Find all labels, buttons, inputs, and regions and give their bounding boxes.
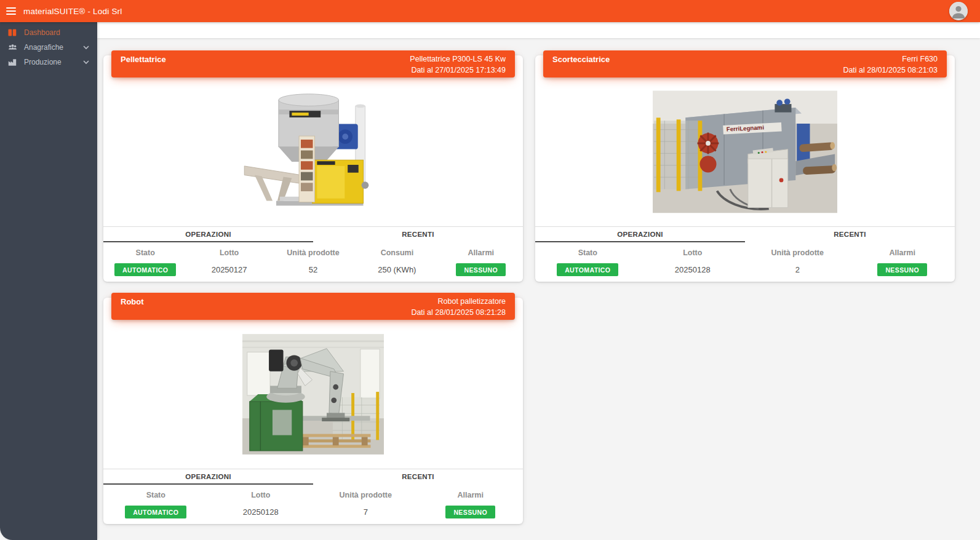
card-header: Scortecciatrice Ferri F630 Dati al 28/01… — [543, 50, 947, 77]
unita-value: 2 — [745, 265, 850, 274]
dashboard-icon — [8, 28, 17, 37]
machine-card-pellettatrice: Pellettatrice Pellettatrice P300-LS 45 K… — [103, 55, 523, 282]
sidebar-item-label: Dashboard — [24, 28, 60, 37]
col-header-lotto: Lotto — [640, 248, 746, 257]
card-tabs: OPERAZIONI RECENTI — [535, 226, 955, 242]
main-content: Pellettatrice Pellettatrice P300-LS 45 K… — [97, 22, 980, 540]
tab-operazioni[interactable]: OPERAZIONI — [103, 227, 313, 242]
col-header-unita: Unità prodotte — [313, 491, 418, 499]
card-title: Robot — [121, 297, 144, 320]
sidebar-item-label: Anagrafiche — [24, 43, 63, 52]
status-badge: AUTOMATICO — [557, 263, 618, 276]
col-header-consumi: Consumi — [355, 248, 439, 257]
users-icon — [8, 43, 17, 52]
card-header: Robot Robot palletizzatore Dati al 28/01… — [111, 293, 515, 320]
col-header-unita: Unità prodotte — [271, 248, 355, 257]
app-title: materialSUITE® - Lodi Srl — [23, 7, 122, 16]
stats-value-row: AUTOMATICO 20250128 2 NESSUNO — [535, 263, 955, 282]
col-header-unita: Unità prodotte — [745, 248, 850, 257]
factory-icon — [8, 58, 17, 66]
card-tabs: OPERAZIONI RECENTI — [103, 226, 523, 242]
tab-recenti[interactable]: RECENTI — [745, 227, 955, 242]
col-header-lotto: Lotto — [209, 491, 314, 499]
user-avatar[interactable] — [949, 2, 968, 20]
stats-header-row: Stato Lotto Unità prodotte Allarmi — [535, 242, 955, 257]
lotto-value: 20250128 — [209, 507, 314, 517]
unita-value: 52 — [271, 265, 355, 274]
col-header-stato: Stato — [103, 491, 209, 499]
stats-header-row: Stato Lotto Unità prodotte Consumi Allar… — [103, 242, 523, 257]
machine-model: Pellettatrice P300-LS 45 Kw — [410, 55, 506, 64]
stats-value-row: AUTOMATICO 20250127 52 250 (KWh) NESSUNO — [103, 263, 523, 282]
col-header-allarmi: Allarmi — [439, 248, 523, 257]
col-header-stato: Stato — [103, 248, 187, 257]
alarm-badge: NESSUNO — [456, 263, 506, 276]
stats-value-row: AUTOMATICO 20250128 7 NESSUNO — [103, 506, 523, 524]
data-timestamp: Dati al 28/01/2025 08:21:28 — [411, 308, 506, 317]
tab-recenti[interactable]: RECENTI — [313, 227, 523, 242]
status-badge: AUTOMATICO — [114, 263, 176, 276]
status-badge: AUTOMATICO — [125, 506, 186, 518]
sidebar-item-anagrafiche[interactable]: Anagrafiche — [0, 40, 97, 55]
sidebar-item-produzione[interactable]: Produzione — [0, 55, 97, 69]
chevron-down-icon — [83, 43, 89, 52]
machine-model: Robot palletizzatore — [411, 297, 506, 306]
machine-card-scortecciatrice: Scortecciatrice Ferri F630 Dati al 28/01… — [535, 55, 955, 282]
col-header-allarmi: Allarmi — [850, 248, 955, 257]
user-avatar-icon — [949, 2, 968, 20]
consumi-value: 250 (KWh) — [355, 265, 439, 274]
data-timestamp: Dati al 28/01/2025 08:21:03 — [843, 66, 938, 75]
col-header-stato: Stato — [535, 248, 640, 257]
lotto-value: 20250127 — [187, 265, 271, 274]
dashboard-cards-grid: Pellettatrice Pellettatrice P300-LS 45 K… — [97, 38, 980, 534]
card-title: Scortecciatrice — [552, 55, 610, 77]
card-tabs: OPERAZIONI RECENTI — [103, 469, 523, 485]
machine-model: Ferri F630 — [843, 55, 938, 64]
pellet-mill-photo — [103, 77, 523, 226]
sidebar: Dashboard Anagrafiche Produzione — [0, 22, 97, 540]
sidebar-item-dashboard[interactable]: Dashboard — [0, 25, 97, 40]
tab-operazioni[interactable]: OPERAZIONI — [103, 469, 313, 485]
card-header: Pellettatrice Pellettatrice P300-LS 45 K… — [111, 50, 515, 77]
content-toolbar — [97, 22, 980, 38]
machine-card-robot: Robot Robot palletizzatore Dati al 28/01… — [103, 298, 523, 524]
unita-value: 7 — [313, 507, 418, 517]
tab-recenti[interactable]: RECENTI — [313, 469, 523, 485]
card-title: Pellettatrice — [121, 55, 166, 77]
debarker-photo: FerriLegnami — [535, 77, 955, 226]
sidebar-item-label: Produzione — [24, 58, 62, 66]
data-timestamp: Dati al 27/01/2025 17:13:49 — [410, 66, 506, 75]
top-app-bar: materialSUITE® - Lodi Srl — [0, 0, 980, 22]
menu-icon[interactable] — [0, 0, 22, 22]
tab-operazioni[interactable]: OPERAZIONI — [535, 227, 745, 242]
stats-header-row: Stato Lotto Unità prodotte Allarmi — [103, 485, 523, 499]
alarm-badge: NESSUNO — [445, 506, 495, 518]
chevron-down-icon — [83, 58, 89, 66]
alarm-badge: NESSUNO — [877, 263, 927, 276]
col-header-lotto: Lotto — [187, 248, 271, 257]
lotto-value: 20250128 — [640, 265, 746, 274]
palletizer-robot-photo — [103, 320, 523, 469]
col-header-allarmi: Allarmi — [418, 491, 524, 499]
